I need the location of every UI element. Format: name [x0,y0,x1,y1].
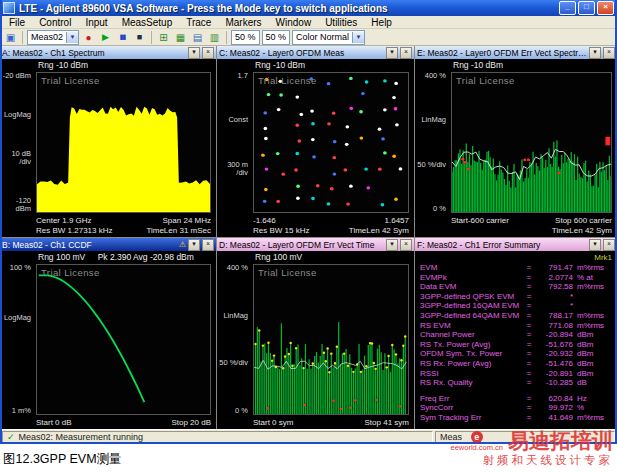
error-summary-row: SyncCorr=99.972% [420,403,613,413]
panel-d-graticule: Trial License [253,264,409,415]
menu-item-help[interactable]: Help [364,16,399,29]
y-axis-format-label: LinMag [421,116,446,124]
panel-c-close-button[interactable]: × [400,47,412,59]
status-message: Meas02: Measurement running [19,432,144,442]
menu-item-window[interactable]: Window [269,16,319,29]
figure-caption: 图12.3GPP EVM测量 [3,451,122,468]
x-axis-start-label: Start 0 dB [36,418,72,427]
grid-layout-4-icon[interactable]: ▥ [207,30,222,44]
panel-c-graticule: Trial License [253,72,409,213]
panel-e-graticule: Trial License [451,72,612,213]
x-axis-stop-label: Stop 20 dB [171,418,211,427]
toolbar: ▣ Meas02 ▼ ● ▶ ▮▮ ■ ⊞ ▦ ▤ ▥ 50 % 50 % Co… [0,29,617,46]
panel-a-menu-button[interactable]: ▾ [188,47,200,59]
menu-item-control[interactable]: Control [32,16,78,29]
y-axis-bottom-label: 1 m% [12,407,31,415]
err-vect-spectrum-trace [452,73,611,212]
window-titlebar[interactable]: LTE - Agilent 89600 VSA Software - Press… [0,0,617,16]
panel-e-close-button[interactable]: × [603,47,615,59]
grid-layout-3-icon[interactable]: ▤ [190,30,205,44]
panel-d-err-vect-time: D: Meas02 - Layer0 OFDM Err Vect Time ▾ … [217,238,414,429]
stop-button[interactable]: ■ [132,30,147,44]
status-ok-icon: ✓ [7,432,15,442]
panel-e-titlebar[interactable]: E: Meas02 - Layer0 OFDM Err Vect Spectru… [415,46,617,59]
error-summary-row: Freq Err=620.84Hz [420,394,613,404]
display-layout-icon[interactable]: ▣ [3,30,18,44]
zoom-x-input[interactable]: 50 % [231,30,260,45]
panel-b-menu-button[interactable]: ▾ [188,239,200,251]
chevron-down-icon[interactable]: ▼ [352,32,364,43]
menu-bar: FileControlInputMeasSetupTraceMarkersWin… [0,16,617,29]
ccdf-trace [37,265,210,414]
status-message-cell: ✓ Meas02: Measurement running [2,431,433,443]
watermark-brand: 易迪拓培训 [508,430,613,451]
grid-layout-2-icon[interactable]: ▦ [173,30,188,44]
toolbar-separator [226,31,227,44]
panel-b-titlebar[interactable]: B: Meas02 - Ch1 CCDF ⚠ ▾ × [0,238,216,251]
menu-item-meassetup[interactable]: MeasSetup [115,16,180,29]
error-summary-table: EVM=791.47m%rmsEVMPk=2.0774% atData EVM=… [420,263,613,423]
panel-f-body: Mrk1 EVM=791.47m%rmsEVMPk=2.0774% atData… [415,251,617,429]
x-axis-stop-label: Stop 41 sym [365,418,409,427]
close-button[interactable]: × [597,1,614,15]
watermark-domain: eeworld.com.cn [450,444,503,452]
panel-b-x-axis-line1: Start 0 dB Stop 20 dB [36,418,211,427]
y-axis-scale-label: 50 %/div [417,161,446,169]
panel-b-ccdf: B: Meas02 - Ch1 CCDF ⚠ ▾ × Rng 100 mV Pk… [0,238,216,429]
panel-c-title: C: Meas02 - Layer0 OFDM Meas [219,48,384,58]
measurement-select[interactable]: Meas02 ▼ [27,30,79,45]
y-axis-top-label: 1.7 [238,72,248,80]
play-button[interactable]: ▶ [98,30,113,44]
panel-a-spectrum: A: Meas02 - Ch1 Spectrum ▾ × Rng -10 dBm… [0,46,216,237]
panel-a-titlebar[interactable]: A: Meas02 - Ch1 Spectrum ▾ × [0,46,216,59]
error-summary-row: RS EVM=771.08m%rms [420,321,613,331]
x-axis-stop-label: Stop 600 carrier [555,216,612,225]
y-axis-scale-label: 10 dB /div [0,150,31,167]
menu-item-file[interactable]: File [2,16,32,29]
panel-c-titlebar[interactable]: C: Meas02 - Layer0 OFDM Meas ▾ × [217,46,414,59]
error-summary-row: OFDM Sym. Tx. Power=-20.932dBm [420,349,613,359]
chevron-down-icon[interactable]: ▼ [66,32,78,43]
zoom-y-input[interactable]: 50 % [262,30,291,45]
panel-b-close-button[interactable]: × [202,239,214,251]
record-button[interactable]: ● [81,30,96,44]
panel-b-title: B: Meas02 - Ch1 CCDF [2,240,177,250]
grid-layout-1-icon[interactable]: ⊞ [156,30,171,44]
menu-item-markers[interactable]: Markers [218,16,268,29]
x-axis-span-label: Span 24 MHz [163,216,211,225]
panel-a-x-axis-line1: Center 1.9 GHz Span 24 MHz [36,216,211,225]
panel-c-menu-button[interactable]: ▾ [386,47,398,59]
trial-license-watermark: Trial License [41,267,100,278]
panel-f-titlebar[interactable]: F: Meas02 - Ch1 Error Summary ▾ × [415,238,617,251]
menu-item-input[interactable]: Input [78,16,114,29]
pause-button[interactable]: ▮▮ [115,30,130,44]
minimize-button[interactable]: _ [559,1,576,15]
range-value: Rng 100 mV [38,252,85,262]
y-axis-bottom-label: -120 dBm [0,197,31,214]
trial-license-watermark: Trial License [456,75,515,86]
menu-item-trace[interactable]: Trace [179,16,218,29]
maximize-button[interactable]: □ [578,1,595,15]
error-summary-row: EVMPk=2.0774% at [420,273,613,283]
trial-license-watermark: Trial License [41,75,100,86]
panel-d-titlebar[interactable]: D: Meas02 - Layer0 OFDM Err Vect Time ▾ … [217,238,414,251]
panel-d-close-button[interactable]: × [400,239,412,251]
panel-a-close-button[interactable]: × [202,47,214,59]
y-axis-top-label: 400 % [425,72,446,80]
color-mode-select[interactable]: Color Normal ▼ [292,30,365,45]
site-watermark: e eeworld.com.cn 易迪拓培训 射频和天线设计专家 [450,430,613,468]
panel-e-y-axis: 400 % LinMag 50 %/div 0 % [415,72,449,213]
panel-e-menu-button[interactable]: ▾ [589,47,601,59]
error-summary-row: Data EVM=792.58m%rms [420,282,613,292]
timelen-label: TimeLen 31 mSec [146,226,211,235]
panel-f-close-button[interactable]: × [603,239,615,251]
panel-b-graticule: Trial License [36,264,211,415]
panel-f-menu-button[interactable]: ▾ [589,239,601,251]
panel-c-body: Rng -10 dBm 1.7 Const 300 m /div Trial L… [217,59,414,237]
x-axis-start-label: -1.646 [253,216,276,225]
error-summary-row: RS Rx. Quality=-10.285dB [420,378,613,388]
panel-d-menu-button[interactable]: ▾ [386,239,398,251]
zoom-y-value: 50 % [266,32,287,42]
panel-b-range-readout: Rng 100 mV Pk 2.390 Avg -20.98 dBm [38,252,194,262]
menu-item-utilities[interactable]: Utilities [318,16,364,29]
